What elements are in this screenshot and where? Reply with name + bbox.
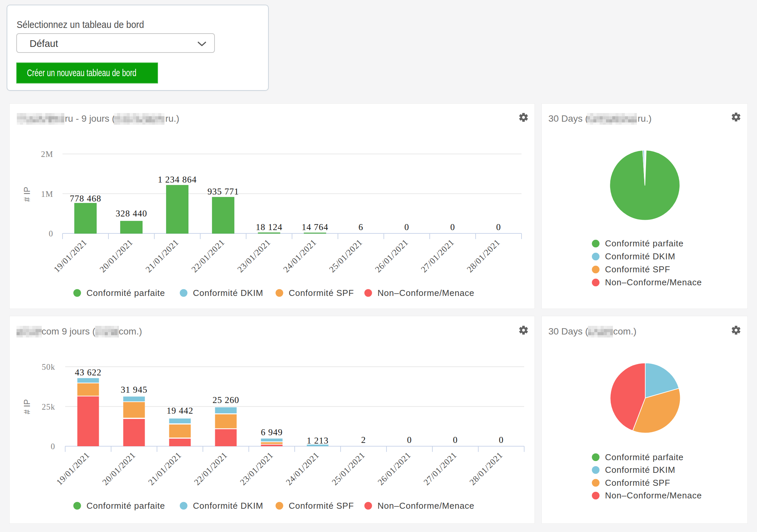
svg-text:31 945: 31 945 (121, 385, 147, 395)
svg-text:ru - 9 jours (: ru - 9 jours ( (65, 113, 115, 124)
svg-text:935 771: 935 771 (208, 187, 239, 197)
svg-text:28/01/2021: 28/01/2021 (468, 450, 505, 487)
svg-text:0: 0 (51, 442, 56, 451)
svg-text:21/01/2021: 21/01/2021 (144, 237, 181, 274)
svg-text:Non–Conforme/Menace: Non–Conforme/Menace (605, 277, 702, 287)
svg-text:Conformité parfaite: Conformité parfaite (605, 452, 683, 462)
svg-text:ru.): ru.) (165, 113, 179, 124)
svg-text:0: 0 (404, 222, 409, 232)
svg-text:24/01/2021: 24/01/2021 (281, 237, 318, 274)
svg-text:com.): com.) (119, 326, 142, 336)
svg-text:19/01/2021: 19/01/2021 (52, 237, 89, 274)
svg-text:14 764: 14 764 (302, 222, 328, 232)
svg-text:# IP: # IP (22, 187, 32, 202)
svg-text:com 9 jours (: com 9 jours ( (42, 326, 95, 336)
svg-text:27/01/2021: 27/01/2021 (419, 237, 456, 274)
svg-text:22/01/2021: 22/01/2021 (190, 237, 227, 274)
svg-text:Conformité DKIM: Conformité DKIM (193, 288, 263, 298)
svg-text:30 Days (: 30 Days ( (548, 113, 588, 124)
svg-text:27/01/2021: 27/01/2021 (422, 450, 459, 487)
svg-text:Conformité DKIM: Conformité DKIM (193, 501, 263, 511)
svg-text:19 442: 19 442 (167, 406, 193, 416)
svg-text:Conformité SPF: Conformité SPF (605, 264, 670, 274)
svg-text:26/01/2021: 26/01/2021 (376, 450, 413, 487)
svg-text:20/01/2021: 20/01/2021 (98, 237, 135, 274)
svg-text:6: 6 (359, 222, 364, 232)
svg-text:# IP: # IP (22, 399, 32, 414)
svg-text:6 949: 6 949 (261, 427, 283, 437)
svg-text:Non–Conforme/Menace: Non–Conforme/Menace (605, 490, 702, 500)
svg-text:25k: 25k (42, 402, 56, 411)
svg-text:50k: 50k (42, 362, 56, 371)
svg-text:Conformité parfaite: Conformité parfaite (86, 288, 165, 298)
svg-text:ru.): ru.) (638, 113, 652, 124)
svg-text:com.): com.) (613, 326, 637, 336)
svg-text:Non–Conforme/Menace: Non–Conforme/Menace (378, 288, 474, 298)
svg-text:28/01/2021: 28/01/2021 (465, 237, 502, 274)
svg-text:Non–Conforme/Menace: Non–Conforme/Menace (378, 501, 474, 511)
svg-text:25/01/2021: 25/01/2021 (327, 237, 364, 274)
svg-text:Conformité SPF: Conformité SPF (289, 501, 354, 511)
svg-text:25/01/2021: 25/01/2021 (330, 450, 367, 487)
svg-text:Conformité DKIM: Conformité DKIM (605, 251, 675, 261)
svg-text:Conformité parfaite: Conformité parfaite (605, 238, 683, 248)
svg-text:1 213: 1 213 (307, 436, 329, 446)
svg-text:22/01/2021: 22/01/2021 (192, 450, 229, 487)
svg-text:0: 0 (450, 222, 455, 232)
svg-text:19/01/2021: 19/01/2021 (55, 450, 91, 487)
svg-text:26/01/2021: 26/01/2021 (373, 237, 410, 274)
svg-text:Conformité parfaite: Conformité parfaite (86, 501, 165, 511)
svg-text:23/01/2021: 23/01/2021 (235, 237, 272, 274)
svg-text:30 Days (: 30 Days ( (548, 326, 588, 336)
svg-text:0: 0 (407, 435, 412, 445)
svg-text:328 440: 328 440 (116, 208, 147, 218)
svg-text:23/01/2021: 23/01/2021 (238, 450, 275, 487)
svg-text:0: 0 (496, 222, 501, 232)
svg-text:21/01/2021: 21/01/2021 (146, 450, 183, 487)
svg-text:2M: 2M (41, 150, 53, 159)
svg-text:Conformité SPF: Conformité SPF (605, 478, 670, 488)
svg-text:24/01/2021: 24/01/2021 (284, 450, 321, 487)
svg-text:25 260: 25 260 (213, 395, 239, 405)
svg-text:1M: 1M (41, 190, 53, 199)
svg-text:43 622: 43 622 (75, 367, 101, 377)
svg-text:0: 0 (453, 435, 458, 445)
svg-text:0: 0 (49, 229, 54, 238)
svg-text:778 468: 778 468 (70, 194, 101, 203)
svg-text:2: 2 (361, 435, 366, 445)
svg-text:0: 0 (499, 435, 504, 445)
svg-text:Conformité DKIM: Conformité DKIM (605, 465, 675, 475)
svg-text:1 234 864: 1 234 864 (158, 175, 197, 185)
svg-text:Conformité SPF: Conformité SPF (289, 288, 354, 298)
svg-text:18 124: 18 124 (256, 222, 282, 232)
svg-text:20/01/2021: 20/01/2021 (100, 450, 137, 487)
